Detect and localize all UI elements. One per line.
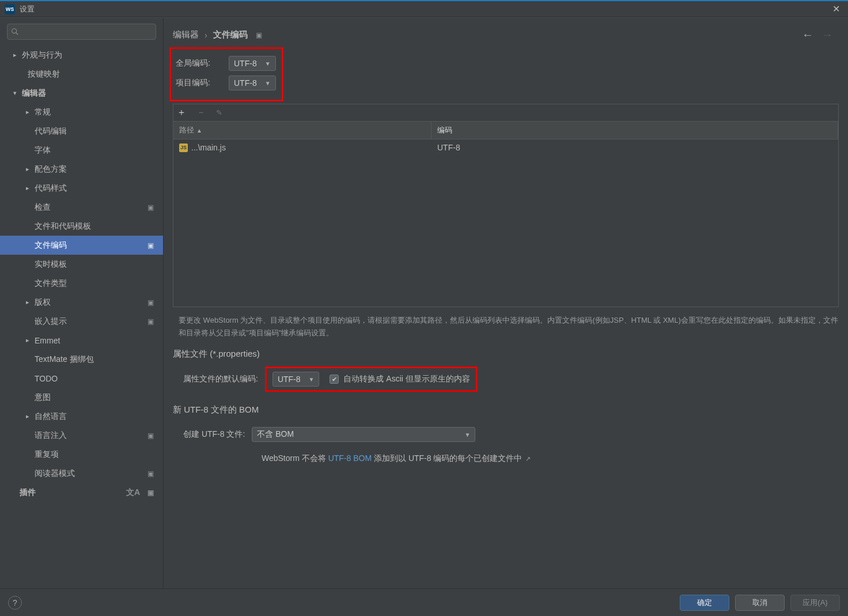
- button-label: 应用(A): [802, 598, 827, 608]
- bom-create-label: 创建 UTF-8 文件:: [183, 429, 245, 440]
- project-badge-icon: ▣: [256, 31, 262, 39]
- breadcrumb-sep-icon: ›: [205, 30, 207, 40]
- cell-value: ...\main.js: [191, 143, 226, 152]
- breadcrumb: 编辑器 › 文件编码 ▣ ← →: [164, 18, 848, 47]
- project-badge-icon: ▣: [147, 298, 154, 307]
- table-toolbar: ＋ － ✎: [173, 104, 839, 121]
- bom-create-select[interactable]: 不含 BOM ▼: [252, 427, 475, 442]
- svg-line-1: [16, 33, 18, 35]
- tree-emmet[interactable]: ▸Emmet: [0, 331, 163, 350]
- remove-icon[interactable]: －: [196, 107, 206, 119]
- add-icon[interactable]: ＋: [177, 107, 186, 119]
- tree-keymap[interactable]: 按键映射: [0, 65, 163, 84]
- tree-label: 实时模板: [35, 259, 67, 270]
- tree-editor[interactable]: ▾编辑器: [0, 84, 163, 103]
- tree-lang-inject[interactable]: 语言注入▣: [0, 426, 163, 445]
- tree-inlay-hints[interactable]: 嵌入提示▣: [0, 312, 163, 331]
- encoding-header[interactable]: 编码: [431, 122, 838, 139]
- header-label: 路径: [179, 125, 194, 135]
- tree-file-types[interactable]: 文件类型: [0, 274, 163, 293]
- tree-intentions[interactable]: 意图: [0, 388, 163, 407]
- tree-file-templates[interactable]: 文件和代码模板: [0, 217, 163, 236]
- help-button[interactable]: ?: [8, 596, 22, 610]
- tree-code-style[interactable]: ▸代码样式: [0, 179, 163, 198]
- properties-default-label: 属性文件的默认编码:: [183, 374, 258, 384]
- project-badge-icon: ▣: [147, 318, 154, 326]
- main-panel: 编辑器 › 文件编码 ▣ ← → 全局编码: UTF-8 ▼ 项目编码:: [164, 18, 848, 588]
- chevron-right-icon: ▸: [23, 108, 32, 116]
- bom-link[interactable]: UTF-8 BOM: [328, 454, 372, 463]
- tree-general[interactable]: ▸常规: [0, 103, 163, 122]
- tree-label: 外观与行为: [22, 50, 62, 61]
- tree-label: 阅读器模式: [35, 468, 75, 479]
- js-file-icon: JS: [179, 143, 188, 152]
- tree-reader-mode[interactable]: 阅读器模式▣: [0, 464, 163, 483]
- tree-file-encoding[interactable]: 文件编码▣: [0, 236, 163, 255]
- search-icon: [11, 28, 19, 36]
- breadcrumb-parent[interactable]: 编辑器: [173, 29, 199, 40]
- tree-copyright[interactable]: ▸版权▣: [0, 293, 163, 312]
- project-badge-icon: ▣: [147, 432, 154, 440]
- settings-tree: ▸外观与行为 按键映射 ▾编辑器 ▸常规 代码编辑 字体 ▸配色方案 ▸代码样式…: [0, 46, 163, 588]
- ok-button[interactable]: 确定: [680, 595, 729, 611]
- nav-forward-icon[interactable]: →: [822, 28, 833, 41]
- tree-label: 文件和代码模板: [35, 221, 91, 232]
- tree-appearance[interactable]: ▸外观与行为: [0, 46, 163, 65]
- cancel-button[interactable]: 取消: [735, 595, 785, 611]
- global-encoding-select[interactable]: UTF-8 ▼: [229, 56, 276, 71]
- tree-label: 配色方案: [35, 164, 67, 175]
- button-label: 确定: [697, 598, 712, 608]
- tree-label: 文件类型: [35, 278, 67, 289]
- close-icon[interactable]: ✕: [829, 3, 843, 14]
- tree-label: 字体: [35, 145, 51, 156]
- tree-textmate[interactable]: TextMate 捆绑包: [0, 350, 163, 369]
- tree-todo[interactable]: TODO: [0, 369, 163, 388]
- tree-label: 代码样式: [35, 183, 67, 194]
- tree-color-scheme[interactable]: ▸配色方案: [0, 160, 163, 179]
- tree-inspections[interactable]: 检查▣: [0, 198, 163, 217]
- tree-label: 插件: [20, 487, 36, 498]
- global-encoding-label: 全局编码:: [176, 58, 222, 69]
- table-row[interactable]: JS ...\main.js UTF-8: [173, 139, 838, 156]
- cell-path: JS ...\main.js: [173, 143, 431, 152]
- tree-label: 自然语言: [35, 411, 67, 422]
- tree-live-templates[interactable]: 实时模板: [0, 255, 163, 274]
- tree-duplicates[interactable]: 重复项: [0, 445, 163, 464]
- help-text: 要更改 WebStorm 为文件、目录或整个项目使用的编码，请根据需要添加其路径…: [164, 307, 848, 339]
- tree-code-editing[interactable]: 代码编辑: [0, 122, 163, 141]
- note-suffix: 添加到以 UTF-8 编码的每个已创建文件中: [372, 454, 522, 463]
- tree-plugins[interactable]: 插件文A▣: [0, 483, 163, 502]
- chevron-right-icon: ▸: [23, 413, 32, 420]
- path-header[interactable]: 路径 ▲: [173, 122, 431, 139]
- edit-icon[interactable]: ✎: [216, 108, 222, 117]
- svg-point-0: [12, 29, 17, 33]
- sort-asc-icon: ▲: [196, 127, 202, 134]
- ascii-convert-checkbox[interactable]: ✔ 自动转换成 Ascii 但显示原生的内容: [330, 374, 470, 384]
- dialog-footer: ? 确定 取消 应用(A): [0, 588, 848, 616]
- tree-font[interactable]: 字体: [0, 141, 163, 160]
- properties-default-select[interactable]: UTF-8 ▼: [272, 372, 320, 387]
- tree-label: 编辑器: [22, 88, 46, 99]
- bom-note: WebStorm 不会将 UTF-8 BOM 添加到以 UTF-8 编码的每个已…: [262, 454, 531, 463]
- tree-label: TextMate 捆绑包: [35, 354, 94, 365]
- tree-label: TODO: [35, 374, 58, 383]
- chevron-down-icon: ▼: [265, 80, 271, 86]
- nav-back-icon[interactable]: ←: [802, 28, 813, 41]
- tree-natural-lang[interactable]: ▸自然语言: [0, 407, 163, 426]
- project-badge-icon: ▣: [147, 241, 154, 250]
- tree-label: 按键映射: [28, 69, 60, 80]
- select-value: UTF-8: [234, 59, 257, 68]
- encoding-table: 路径 ▲ 编码 JS ...\main.js UTF-8: [173, 121, 839, 307]
- tree-label: Emmet: [35, 336, 60, 345]
- select-value: UTF-8: [234, 78, 257, 88]
- project-encoding-select[interactable]: UTF-8 ▼: [229, 75, 276, 90]
- tree-label: 嵌入提示: [35, 316, 67, 327]
- app-icon: WS: [5, 4, 15, 14]
- search-input[interactable]: [7, 24, 156, 40]
- chevron-down-icon: ▼: [265, 61, 271, 67]
- nav-arrows: ← →: [802, 28, 839, 41]
- apply-button[interactable]: 应用(A): [790, 595, 840, 611]
- chevron-down-icon: ▼: [309, 376, 315, 383]
- tree-label: 代码编辑: [35, 126, 67, 137]
- note-prefix: WebStorm 不会将: [262, 454, 328, 463]
